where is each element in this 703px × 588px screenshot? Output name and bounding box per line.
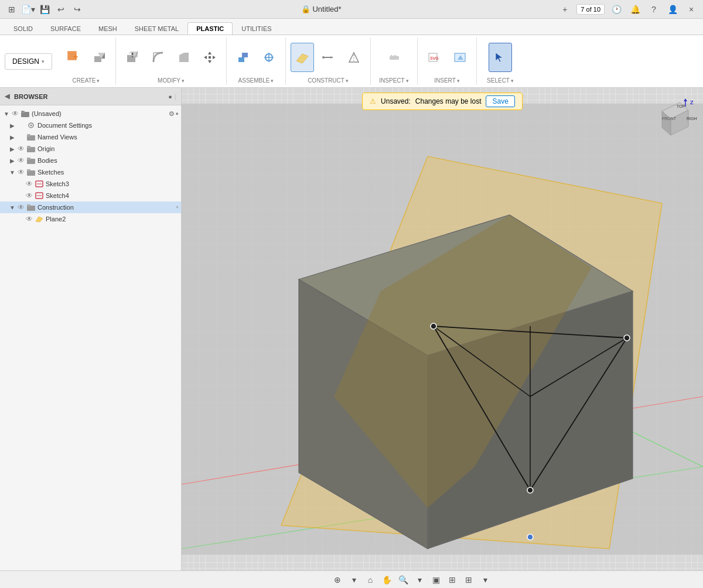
undo-button[interactable]: ↩ xyxy=(54,2,68,16)
create-new-component[interactable] xyxy=(62,43,85,72)
insert-canvas-icon xyxy=(453,50,467,64)
modify-move[interactable] xyxy=(198,43,221,72)
chamfer-icon xyxy=(177,50,191,64)
svg-rect-51 xyxy=(27,169,30,172)
browser-options[interactable]: ● xyxy=(168,93,172,100)
document-title: 🔒 Untitled* xyxy=(84,5,558,13)
environment-icon[interactable]: ⊞ xyxy=(462,573,476,587)
axis-cube[interactable]: TOP RIGHT FRONT Z xyxy=(650,94,697,141)
design-chevron: ▾ xyxy=(42,59,45,64)
svg-marker-24 xyxy=(296,54,308,63)
svg-point-43 xyxy=(30,125,32,127)
sketch3-eye[interactable]: 👁 xyxy=(25,180,34,188)
design-button[interactable]: DESIGN ▾ xyxy=(5,53,52,70)
navigate-icon[interactable]: ⊕ xyxy=(330,573,344,587)
construct-point[interactable] xyxy=(342,43,366,72)
tree-item-sketch4[interactable]: ▶ 👁 Sketch4 xyxy=(0,190,181,201)
select-chevron: ▾ xyxy=(511,78,514,84)
insert-svg[interactable]: SVG xyxy=(422,43,446,72)
bodies-eye[interactable]: 👁 xyxy=(16,156,26,165)
grid-toggle[interactable]: ⊞ xyxy=(445,573,459,587)
svg-point-76 xyxy=(431,323,436,329)
unsaved-message: Changes may be lost xyxy=(415,97,482,105)
tab-plastic[interactable]: PLASTIC xyxy=(187,22,233,35)
construct-label: CONSTRUCT ▾ xyxy=(308,77,349,85)
tree-item-bodies[interactable]: ▶ 👁 Bodies xyxy=(0,155,181,166)
warning-icon: ⚠ xyxy=(370,97,376,105)
named-views-eye: 👁 xyxy=(16,133,26,141)
tree-item-sketches[interactable]: ▼ 👁 Sketches xyxy=(0,166,181,178)
unsaved-banner: ⚠ Unsaved: Changes may be lost Save xyxy=(362,93,523,110)
root-eye[interactable]: 👁 xyxy=(11,110,20,118)
titlebar: ⊞ 📄▾ 💾 ↩ ↪ 🔒 Untitled* + 7 of 10 🕐 🔔 ? 👤… xyxy=(0,0,703,19)
construct-point-icon xyxy=(347,50,361,64)
zoom-icon[interactable]: 🔍 xyxy=(396,573,410,587)
construct-plane[interactable] xyxy=(291,43,314,72)
viewport[interactable]: ⚠ Unsaved: Changes may be lost Save xyxy=(182,88,703,570)
select-tool[interactable] xyxy=(489,43,512,72)
create-icons xyxy=(62,37,111,77)
modify-fillet[interactable] xyxy=(146,43,170,72)
construction-eye[interactable]: 👁 xyxy=(16,203,26,211)
root-arrow: ▼ xyxy=(2,111,11,117)
tree-item-construction[interactable]: ▼ 👁 Construction + xyxy=(0,201,181,213)
sketch3-icon xyxy=(34,179,45,189)
create-extrude[interactable] xyxy=(87,43,111,72)
svg-rect-49 xyxy=(27,158,30,160)
measure-icon xyxy=(387,50,401,64)
save-button[interactable]: 💾 xyxy=(37,2,52,16)
sketches-eye[interactable]: 👁 xyxy=(16,168,26,176)
tab-solid[interactable]: SOLID xyxy=(5,22,42,35)
tab-sheet-metal[interactable]: SHEET METAL xyxy=(126,22,187,35)
tree-item-plane2[interactable]: ▶ 👁 Plane2 xyxy=(0,213,181,225)
sketch4-eye[interactable]: 👁 xyxy=(25,192,34,200)
doc-settings-arrow: ▶ xyxy=(8,122,16,129)
home-view-icon[interactable]: ⌂ xyxy=(363,573,377,587)
tab-mesh[interactable]: MESH xyxy=(90,22,126,35)
notification-icon[interactable]: 🔔 xyxy=(628,2,642,16)
axis-cube-svg: TOP RIGHT FRONT Z xyxy=(650,94,697,141)
tab-utilities[interactable]: UTILITIES xyxy=(233,22,280,35)
clock-icon[interactable]: 🕐 xyxy=(609,2,623,16)
tree-item-origin[interactable]: ▶ 👁 Origin xyxy=(0,143,181,155)
close-window-button[interactable]: × xyxy=(684,2,698,16)
tab-surface[interactable]: SURFACE xyxy=(42,22,90,35)
unsaved-label: Unsaved: xyxy=(381,97,411,105)
add-tab-button[interactable]: + xyxy=(558,2,572,16)
browser-divider: | xyxy=(175,93,176,100)
svg-point-78 xyxy=(527,487,533,493)
display-mode[interactable]: ▣ xyxy=(429,573,443,587)
insert-canvas[interactable] xyxy=(448,43,472,72)
tree-item-sketch3[interactable]: ▶ 👁 Sketch3 xyxy=(0,178,181,190)
browser-collapse[interactable]: ◀ xyxy=(5,93,9,100)
redo-button[interactable]: ↪ xyxy=(70,2,84,16)
tree-item-root[interactable]: ▼ 👁 (Unsaved) ⚙ ● xyxy=(0,108,181,119)
construct-chevron: ▾ xyxy=(346,78,349,84)
svg-rect-45 xyxy=(27,134,30,136)
file-menu[interactable]: 📄▾ xyxy=(21,2,35,16)
save-button[interactable]: Save xyxy=(486,95,515,107)
plane2-eye[interactable]: 👁 xyxy=(25,215,34,223)
origin-eye[interactable]: 👁 xyxy=(16,145,26,153)
tree-item-named-views[interactable]: ▶ 👁 Named Views xyxy=(0,131,181,143)
root-settings-icon[interactable]: ⚙ xyxy=(169,110,175,118)
inspect-measure[interactable] xyxy=(383,43,406,72)
grid-icon[interactable]: ⊞ xyxy=(5,2,19,16)
user-avatar[interactable]: 👤 xyxy=(666,2,680,16)
zoom-dropdown[interactable]: ▾ xyxy=(412,573,426,587)
tree-item-doc-settings[interactable]: ▶ 👁 Document Settings xyxy=(0,119,181,131)
modify-press-pull[interactable] xyxy=(121,43,144,72)
modify-chamfer[interactable] xyxy=(172,43,196,72)
effects-dropdown[interactable]: ▾ xyxy=(478,573,492,587)
ribbon-group-insert: SVG INSERT ▾ xyxy=(418,37,477,85)
assemble-joint[interactable] xyxy=(257,43,281,72)
construct-axis[interactable] xyxy=(316,43,340,72)
titlebar-right-icons: + 7 of 10 🕐 🔔 ? 👤 × xyxy=(558,2,698,16)
sketches-arrow: ▼ xyxy=(8,169,16,176)
pan-icon[interactable]: ✋ xyxy=(380,573,394,587)
help-icon[interactable]: ? xyxy=(647,2,661,16)
svg-marker-13 xyxy=(179,53,189,62)
assemble-new-component[interactable] xyxy=(231,43,255,72)
construction-add[interactable]: + xyxy=(176,204,179,210)
navigate-dropdown[interactable]: ▾ xyxy=(347,573,361,587)
